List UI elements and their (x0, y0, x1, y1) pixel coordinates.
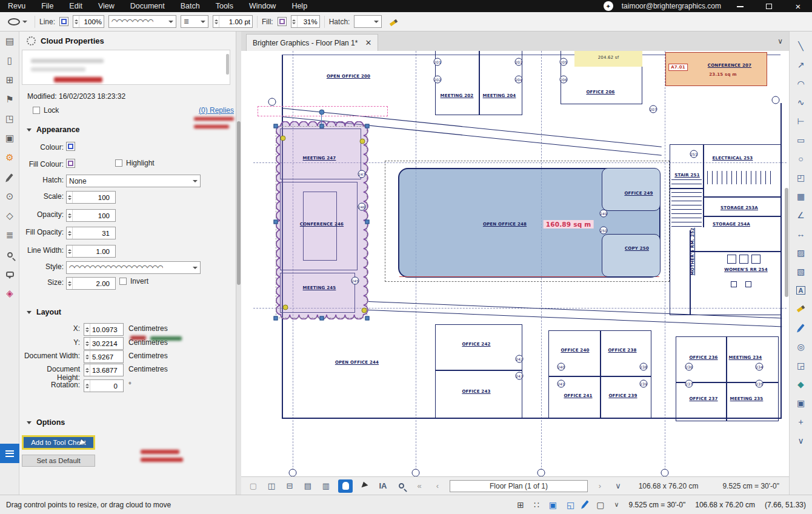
rotation-stepper[interactable] (84, 379, 124, 392)
measure-tool-icon[interactable]: ⊢ (790, 112, 812, 130)
menu-batch[interactable]: Batch (173, 0, 208, 12)
crosshair-tool-icon[interactable]: + (790, 412, 812, 431)
set-as-default-button[interactable]: Set as Default (22, 455, 95, 467)
line-width-stepper[interactable] (213, 15, 253, 28)
bookmarks-icon[interactable]: ▯ (0, 51, 19, 70)
fill-colour-swatch[interactable] (66, 159, 75, 168)
document-scrollbar[interactable] (785, 188, 788, 297)
first-page-icon[interactable]: « (413, 481, 425, 490)
document-height-stepper[interactable] (84, 364, 124, 376)
snap-icon[interactable]: ∷ (534, 500, 539, 510)
fill-opacity-input[interactable] (298, 18, 319, 25)
table-tool-icon[interactable]: ▦ (790, 187, 812, 205)
text-select-tool-icon[interactable]: IA (377, 481, 389, 490)
menu-tools[interactable]: Tools (208, 0, 241, 12)
rotation-handle[interactable] (319, 110, 325, 115)
scale-input[interactable] (73, 194, 111, 201)
invert-checkbox[interactable] (119, 278, 127, 285)
single-page-view-icon[interactable]: ▢ (247, 481, 259, 490)
document-height-input[interactable] (90, 367, 119, 374)
line-opacity-stepper[interactable] (73, 15, 104, 28)
pan-tool-button[interactable] (338, 479, 353, 493)
x-input[interactable] (90, 326, 119, 333)
text-tool-icon[interactable]: A (790, 281, 812, 299)
next-document-icon[interactable]: ▥ (320, 481, 332, 490)
layout-section-header[interactable]: Layout (27, 308, 61, 316)
stamp-tool-icon[interactable]: ◎ (790, 337, 812, 356)
line-opacity-input[interactable] (79, 18, 104, 25)
image-tool-icon[interactable]: ▣ (790, 393, 812, 412)
callout-tool-icon[interactable]: ◲ (790, 356, 812, 375)
size-input[interactable] (73, 280, 111, 287)
tab-close-icon[interactable]: ✕ (365, 38, 371, 47)
opacity-input[interactable] (73, 212, 111, 219)
lock-checkbox[interactable] (33, 107, 40, 114)
document-width-stepper[interactable] (84, 350, 124, 363)
line-width-input[interactable] (219, 18, 252, 25)
eyedropper-tool-icon[interactable]: ◆ (790, 375, 812, 393)
fill-color-swatch[interactable] (278, 17, 287, 26)
resize-handle[interactable] (365, 220, 370, 224)
area-tool-icon[interactable]: ▨ (790, 243, 812, 262)
menu-file[interactable]: File (33, 0, 61, 12)
page-mode-icon[interactable]: ▣ (549, 500, 557, 510)
hatch-dropdown[interactable] (354, 15, 382, 28)
flags-icon[interactable]: ⚑ (0, 90, 19, 109)
document-tab[interactable]: Brighter Graphics - Floor Plan 1* ✕ (246, 34, 378, 51)
preview-scrollbar[interactable] (226, 54, 229, 75)
y-input[interactable] (90, 340, 119, 347)
appearance-section-header[interactable]: Appearance (27, 125, 80, 134)
dimension-tool-icon[interactable]: ↔ (790, 224, 812, 243)
resize-handle[interactable] (274, 124, 278, 128)
zoom-tool-icon[interactable] (395, 481, 407, 490)
menu-edit[interactable]: Edit (61, 0, 90, 12)
display-mode-icon[interactable]: ▢ (596, 500, 604, 510)
page-indicator[interactable]: Floor Plan (1 of 1) (450, 480, 588, 492)
snapshot-icon[interactable]: ◳ (0, 109, 19, 128)
volume-tool-icon[interactable]: ▧ (790, 262, 812, 281)
highlighter-tool-icon[interactable] (790, 299, 812, 318)
colour-swatch[interactable] (66, 142, 75, 151)
hatch-select[interactable]: None (66, 175, 201, 187)
thumbnails-icon[interactable]: ⊞ (0, 70, 19, 90)
file-access-icon[interactable]: ▤ (0, 32, 19, 51)
fill-opacity-input[interactable] (73, 230, 111, 237)
sketch-tool-icon[interactable]: ∿ (790, 93, 812, 112)
menu-document[interactable]: Document (122, 0, 173, 12)
tools-chevron-icon[interactable]: ∨ (790, 431, 812, 450)
menu-help[interactable]: Help (284, 0, 315, 12)
select-tool-icon[interactable] (359, 481, 371, 490)
close-button[interactable]: × (788, 1, 808, 12)
menu-view[interactable]: View (90, 0, 122, 12)
fill-opacity-stepper[interactable] (291, 15, 320, 28)
control-point[interactable] (362, 308, 367, 313)
line-tool-icon[interactable]: ╲ (790, 36, 812, 55)
highlighter-icon[interactable] (390, 18, 398, 26)
split-view-icon[interactable]: ⊟ (284, 481, 296, 490)
previous-document-icon[interactable]: ▤ (302, 481, 314, 490)
resize-handle[interactable] (320, 124, 324, 128)
snapshot-region-icon[interactable]: ◰ (790, 168, 812, 187)
options-section-header[interactable]: Options (27, 418, 65, 427)
line-pattern-dropdown[interactable]: ≣ (181, 15, 208, 28)
menu-revu[interactable]: Revu (0, 0, 33, 12)
next-page-icon[interactable]: › (594, 481, 606, 490)
resize-handle[interactable] (274, 220, 278, 224)
minimize-button[interactable] (730, 2, 750, 10)
control-point[interactable] (281, 136, 286, 141)
floor-plan-canvas[interactable]: OPEN OFFICE 200MEETING 202MEETING 204OFF… (241, 51, 789, 476)
menu-window[interactable]: Window (241, 0, 284, 12)
side-by-side-view-icon[interactable]: ◫ (265, 481, 278, 490)
resize-handle[interactable] (365, 316, 370, 321)
page-menu-chevron-icon[interactable]: ∨ (612, 481, 624, 490)
cloud-tool-button[interactable] (5, 16, 30, 27)
control-point[interactable] (360, 139, 365, 144)
size-stepper[interactable] (66, 277, 116, 290)
markups-list-icon[interactable] (0, 444, 19, 463)
angle-tool-icon[interactable]: ∠ (790, 205, 812, 224)
display-mode-chevron-icon[interactable]: ∨ (614, 501, 619, 509)
rectangle-tool-icon[interactable]: ▭ (790, 130, 812, 149)
ellipse-tool-icon[interactable]: ○ (790, 149, 812, 168)
replies-link[interactable]: (0) Replies (199, 106, 234, 115)
y-stepper[interactable] (84, 337, 124, 350)
